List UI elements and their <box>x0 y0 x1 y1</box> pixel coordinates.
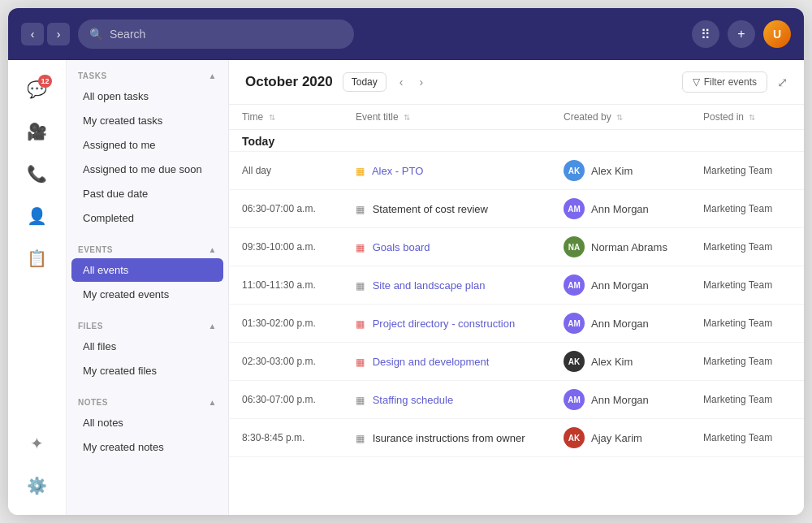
event-title-link[interactable]: Staffing schedule <box>373 394 454 406</box>
sidebar-item-all-notes[interactable]: All notes <box>71 411 223 434</box>
grid-button[interactable]: ⠿ <box>692 20 719 48</box>
files-label: FILES <box>78 322 103 331</box>
plus-icon: + <box>737 27 745 41</box>
event-posted-in: Marketing Team <box>690 152 804 190</box>
avatar-initials: U <box>773 28 781 41</box>
event-title-link[interactable]: Project directory - construction <box>373 318 516 330</box>
events-section-header[interactable]: EVENTS ▲ <box>67 242 228 257</box>
event-title-cell: ▦ Site and landscape plan <box>343 266 551 305</box>
sidebar-item-my-created-files[interactable]: My created files <box>71 359 223 383</box>
tasks-section: TASKS ▲ All open tasks My created tasks … <box>67 60 228 234</box>
event-time: 06:30-07:00 a.m. <box>229 190 343 228</box>
top-nav: ‹ › 🔍 ⠿ + U <box>8 8 804 60</box>
add-button[interactable]: + <box>728 20 755 48</box>
icon-sidebar: 💬 12 🎥 📞 👤 📋 ✦ ⚙️ <box>8 60 67 515</box>
user-avatar: AK <box>564 351 585 372</box>
sidebar-item-assigned-to-me[interactable]: Assigned to me <box>71 133 223 157</box>
filter-icon: ▽ <box>693 76 700 88</box>
sidebar-icon-contacts[interactable]: 👤 <box>18 197 57 236</box>
user-avatar: AM <box>564 389 585 410</box>
sidebar-icon-integrations[interactable]: ✦ <box>18 424 57 463</box>
user-name: Ann Morgan <box>591 394 649 406</box>
tasks-section-header[interactable]: TASKS ▲ <box>67 68 228 84</box>
app-window: ‹ › 🔍 ⠿ + U 💬 12 � <box>8 8 804 515</box>
sidebar-item-assigned-due-soon[interactable]: Assigned to me due soon <box>71 158 223 181</box>
table-row: 11:00-11:30 a.m. ▦ Site and landscape pl… <box>229 266 804 305</box>
time-sort-icon: ⇅ <box>269 113 275 122</box>
tasks-label: TASKS <box>78 71 107 80</box>
events-section: EVENTS ▲ All events My created events <box>67 234 228 310</box>
back-button[interactable]: ‹ <box>21 23 44 45</box>
today-button[interactable]: Today <box>343 72 387 92</box>
event-time: 11:00-11:30 a.m. <box>229 266 343 305</box>
notes-icon: 📋 <box>27 249 47 268</box>
col-header-posted-in[interactable]: Posted in ⇅ <box>690 105 804 130</box>
table-row: 06:30-07:00 a.m. ▦ Statement of cost rev… <box>229 190 804 228</box>
sidebar-icon-notes[interactable]: 📋 <box>18 239 57 278</box>
nav-arrows: ‹ › <box>21 23 70 45</box>
event-title-cell: ▦ Statement of cost review <box>343 190 551 228</box>
sidebar-item-all-events[interactable]: All events <box>71 258 223 282</box>
prev-month-button[interactable]: ‹ <box>396 74 407 90</box>
user-avatar: AK <box>564 160 585 181</box>
today-label: Today <box>229 130 804 152</box>
event-type-icon: ▦ <box>356 433 365 444</box>
user-avatar: AK <box>564 427 585 448</box>
files-section: FILES ▲ All files My created files <box>67 310 228 387</box>
files-section-header[interactable]: FILES ▲ <box>67 318 228 334</box>
col-header-created-by[interactable]: Created by ⇅ <box>551 105 690 130</box>
tasks-collapse-icon: ▲ <box>209 71 217 80</box>
sidebar-item-my-created-notes[interactable]: My created notes <box>71 435 223 459</box>
event-title-cell: ▦ Isurance instructions from owner <box>343 419 551 457</box>
contacts-icon: 👤 <box>27 206 47 226</box>
table-row: All day ▦ Alex - PTO AK Alex Kim Marketi… <box>229 152 804 190</box>
sidebar-item-all-open-tasks[interactable]: All open tasks <box>71 84 223 108</box>
nav-actions: ⠿ + U <box>692 20 791 48</box>
event-posted-in: Marketing Team <box>690 228 804 266</box>
sidebar-icon-video[interactable]: 🎥 <box>18 112 57 151</box>
search-input[interactable] <box>110 28 343 41</box>
event-posted-in: Marketing Team <box>690 419 804 457</box>
col-header-time[interactable]: Time ⇅ <box>229 105 343 130</box>
content-header: October 2020 Today ‹ › ▽ Filter events ⤢ <box>229 60 804 105</box>
user-avatar: AM <box>564 274 585 296</box>
notes-section-header[interactable]: NOTES ▲ <box>67 395 228 410</box>
event-posted-in: Marketing Team <box>690 190 804 228</box>
files-collapse-icon: ▲ <box>209 322 217 331</box>
sidebar-item-completed[interactable]: Completed <box>71 206 223 230</box>
search-bar[interactable]: 🔍 <box>78 19 354 49</box>
event-title-link[interactable]: Site and landscape plan <box>373 279 486 292</box>
sidebar-item-my-created-events[interactable]: My created events <box>71 283 223 306</box>
event-time: 02:30-03:00 p.m. <box>229 343 343 381</box>
events-table: Time ⇅ Event title ⇅ Created by ⇅ <box>229 105 804 515</box>
sidebar-icon-phone[interactable]: 📞 <box>18 154 57 193</box>
next-month-button[interactable]: › <box>416 74 426 90</box>
filter-events-button[interactable]: ▽ Filter events <box>682 71 767 93</box>
expand-button[interactable]: ⤢ <box>777 75 788 90</box>
sidebar-item-all-files[interactable]: All files <box>71 335 223 358</box>
sidebar-icon-settings[interactable]: ⚙️ <box>18 466 57 505</box>
nav-sidebar: TASKS ▲ All open tasks My created tasks … <box>67 60 229 515</box>
event-title-text: Isurance instructions from owner <box>373 432 525 444</box>
table-row: 02:30-03:00 p.m. ▦ Design and developmen… <box>229 343 804 381</box>
sidebar-icon-chat[interactable]: 💬 12 <box>18 70 57 109</box>
sidebar-item-my-created-tasks[interactable]: My created tasks <box>71 109 223 132</box>
user-name: Ajay Karim <box>591 432 642 444</box>
forward-button[interactable]: › <box>47 23 70 45</box>
event-time: 06:30-07:00 p.m. <box>229 381 343 419</box>
user-name: Ann Morgan <box>591 279 649 292</box>
notes-section: NOTES ▲ All notes My created notes <box>67 387 228 463</box>
event-title-link[interactable]: Alex - PTO <box>372 165 423 177</box>
avatar[interactable]: U <box>763 20 791 48</box>
event-created-by: AM Ann Morgan <box>551 305 690 343</box>
event-title-cell: ▦ Goals board <box>343 228 551 266</box>
event-title-link[interactable]: Goals board <box>373 241 430 253</box>
content-area: October 2020 Today ‹ › ▽ Filter events ⤢ <box>229 60 804 515</box>
event-posted-in: Marketing Team <box>690 305 804 343</box>
phone-icon: 📞 <box>27 164 47 184</box>
sidebar-item-past-due-date[interactable]: Past due date <box>71 182 223 205</box>
table-row: 8:30-8:45 p.m. ▦ Isurance instructions f… <box>229 419 804 457</box>
col-header-event-title[interactable]: Event title ⇅ <box>343 105 551 130</box>
events-collapse-icon: ▲ <box>209 245 217 254</box>
event-title-link[interactable]: Design and development <box>373 356 490 368</box>
